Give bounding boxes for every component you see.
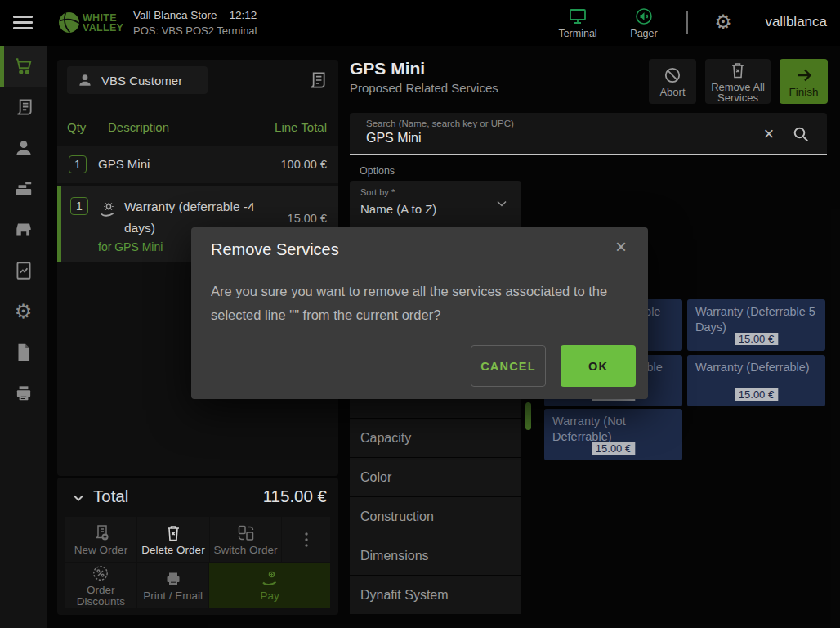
dialog-title: Remove Services xyxy=(211,240,339,259)
ok-button[interactable]: OK xyxy=(561,345,636,387)
dialog-message: Are you sure you want to remove all the … xyxy=(211,280,632,327)
remove-services-dialog: Remove Services × Are you sure you want … xyxy=(191,227,648,399)
cancel-button[interactable]: CANCEL xyxy=(471,345,546,387)
close-icon[interactable]: × xyxy=(610,236,632,258)
